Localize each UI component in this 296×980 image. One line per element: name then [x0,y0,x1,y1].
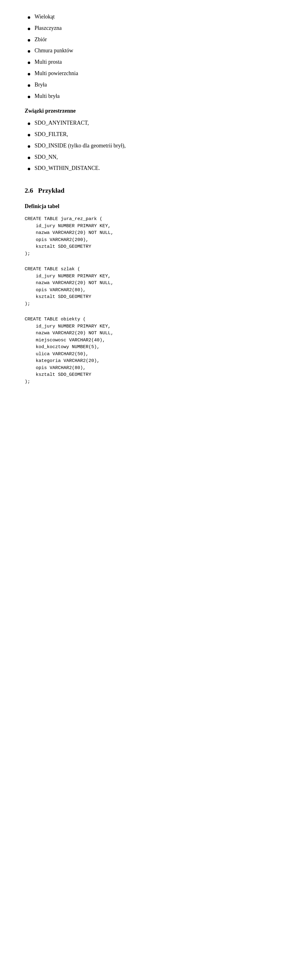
section-heading: 2.6 Przykład [25,185,271,196]
list-item: Multi prosta [25,57,271,67]
list-item: Bryła [25,80,271,89]
bullet-icon [28,50,30,52]
bullet-icon [28,39,30,41]
bullet-icon [28,16,30,19]
list-item-text: Bryła [35,80,47,89]
list-item-text: Multi powierzchnia [35,69,78,78]
bullet-icon [28,168,30,170]
list-item-text: SDO_INSIDE (tylko dla geometrii brył), [35,141,125,150]
list-item-text: Płaszczyzna [35,24,62,33]
list-item: Zbiór [25,35,271,44]
bullet-icon [28,73,30,75]
code-block-jura-rez-park: CREATE TABLE jura_rez_park ( id_jury NUM… [25,216,271,257]
list-item-text: SDO_WITHIN_DISTANCE. [35,164,100,173]
list-item-text: Chmura punktów [35,46,74,55]
list-item: SDO_FILTER, [25,130,271,139]
list-item-text: Multi prosta [35,57,62,67]
list-item: SDO_WITHIN_DISTANCE. [25,164,271,173]
list-item: SDO_NN, [25,153,271,162]
bullet-icon [28,84,30,87]
code-block-obiekty: CREATE TABLE obiekty ( id_jury NUMBER PR… [25,316,271,385]
section-number: 2.6 [25,185,33,196]
list-item-text: SDO_NN, [35,153,58,162]
bullet-icon [28,157,30,159]
subsection-label: Definicja tabel [25,202,271,211]
spatial-relations-heading: Związki przestrzenne [25,107,271,115]
spatial-relations-list: SDO_ANYINTERACT, SDO_FILTER, SDO_INSIDE … [25,118,271,173]
list-item-text: Wielokąt [35,12,54,21]
list-item: SDO_INSIDE (tylko dla geometrii brył), [25,141,271,150]
list-item-text: Zbiór [35,35,47,44]
list-item: Multi powierzchnia [25,69,271,78]
list-item: Multi bryła [25,92,271,101]
list-item: Wielokąt [25,12,271,21]
list-item-text: SDO_ANYINTERACT, [35,118,89,127]
list-item-text: SDO_FILTER, [35,130,68,139]
list-item: Płaszczyzna [25,24,271,33]
code-block-szlak: CREATE TABLE szlak ( id_jury NUMBER PRIM… [25,266,271,307]
bullet-icon [28,28,30,30]
list-item: Chmura punktów [25,46,271,55]
list-item-text: Multi bryła [35,92,60,101]
bullet-icon [28,62,30,64]
bullet-icon [28,134,30,136]
bullet-icon [28,145,30,148]
bullet-icon [28,96,30,98]
geometry-types-list: Wielokąt Płaszczyzna Zbiór Chmura punktó… [25,12,271,100]
section-title: Przykład [38,185,65,196]
bullet-icon [28,123,30,125]
list-item: SDO_ANYINTERACT, [25,118,271,127]
